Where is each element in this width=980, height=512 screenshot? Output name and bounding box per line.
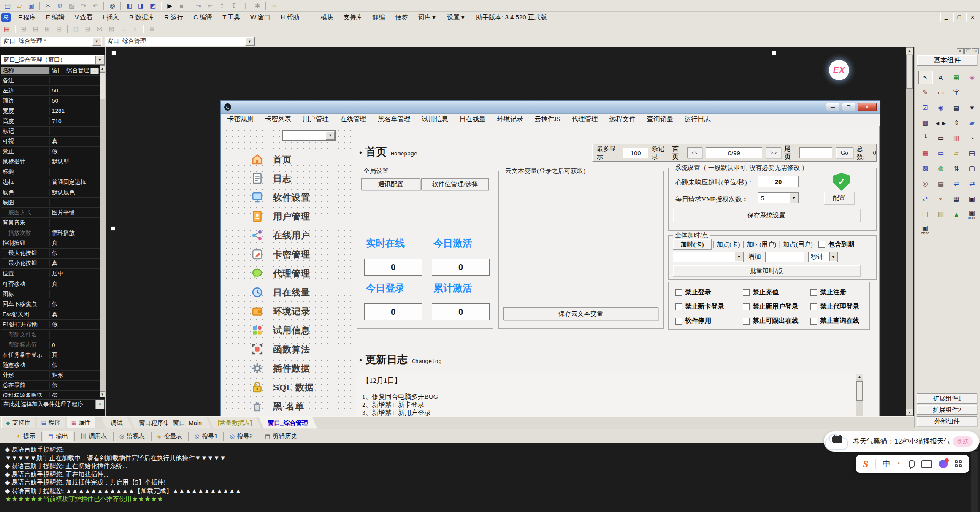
property-row[interactable]: 标记 [1,127,100,137]
pause-icon[interactable]: ∥ [240,1,251,11]
color-grid[interactable]: ▩ [918,162,932,175]
shape-component[interactable]: ◈ [965,71,979,84]
db-list[interactable]: ▥ [934,208,948,220]
chevron-down-icon[interactable]: ▼ [245,38,254,46]
property-row[interactable]: 鼠标指针默认型 [1,157,100,167]
next-page-button[interactable]: >> [766,147,781,158]
restore-icon[interactable]: ❐ [953,13,965,22]
doc-tab-调试[interactable]: 调试 [101,417,132,429]
browser-box[interactable]: ◔ [965,132,979,144]
checkbox-icon[interactable] [810,289,817,296]
sidebar-item-试用信息[interactable]: 试用信息 [251,324,310,337]
hand-icon[interactable]: ✱ [252,1,263,11]
edit-box[interactable]: ✎ [918,86,932,99]
property-grid-scrollbar[interactable]: ▲ ▼ [100,65,105,397]
net-link[interactable]: ◍ [934,162,948,175]
property-value[interactable]: 50 [50,87,100,94]
menu-8[interactable]: W.窗口 [245,14,276,22]
scrollbar-thumb[interactable] [906,55,913,89]
palette-section-扩展组件2[interactable]: 扩展组件2 [917,405,977,415]
palette-section-basic[interactable]: 基本组件 [917,55,977,66]
panel-tab-程序[interactable]: ▤程序 [37,417,65,428]
stop-icon[interactable]: ■ [176,1,187,11]
property-value[interactable]: 真 [50,311,100,318]
property-value[interactable]: 假 [50,361,100,369]
sidebar-item-日志[interactable]: 日志 [251,172,292,185]
property-value[interactable]: 矩形 [50,371,100,379]
output-tab-调用表[interactable]: 卌调用表 [76,431,112,442]
window-menu-11[interactable]: 查询销量 [647,115,673,124]
skin-paw-icon[interactable] [939,460,948,468]
space-h-icon[interactable]: ⋈ [94,24,105,34]
comm-config-button[interactable]: 通讯配置 [361,178,420,190]
chevron-down-icon[interactable]: ▼ [95,56,104,64]
form-combo-current[interactable]: 窗口_综合管理 ▼ [105,37,255,46]
save-system-settings-button[interactable]: 保存系统设置 [673,209,860,222]
property-row[interactable]: 底图 [1,198,100,208]
center-h-icon[interactable]: ⊡ [70,24,81,34]
undo-icon[interactable]: ↶ [90,1,101,11]
assistant-menu-4[interactable]: 词库▼ [413,14,442,22]
same-height-icon[interactable]: ↕ [130,24,141,34]
win-minimize-button[interactable]: ▬ [826,103,839,111]
punctuation-icon[interactable]: °, [897,461,901,468]
checkbox-icon[interactable] [675,289,682,296]
combo-box[interactable]: ▼ [965,101,979,114]
paste-icon[interactable]: ▨ [66,1,77,11]
property-row[interactable]: 宽度1281 [1,106,100,116]
window-menu-3[interactable]: 在线管理 [340,115,366,124]
layout-split-icon[interactable]: ◨ [135,1,146,11]
restriction-checkbox-禁止代理登录[interactable]: 禁止代理登录 [810,302,859,311]
odbc-database[interactable]: ▣ODBC [965,208,979,220]
updown-control[interactable]: ⇅ [950,162,963,175]
chevron-down-icon[interactable]: ▼ [326,131,335,140]
window-menu-8[interactable]: 云插件JS [535,115,560,124]
property-row[interactable]: 帮助标志值0 [1,340,100,350]
win-close-button[interactable]: ✕ [858,103,877,111]
property-row[interactable]: Esc键关闭真 [1,309,100,320]
doc-tab-窗口程序集_窗口_Main[interactable]: 窗口程序集_窗口_Main [130,417,211,429]
restriction-checkbox-禁止可踢出在线[interactable]: 禁止可踢出在线 [743,317,799,325]
align-top-icon[interactable]: ⊞ [42,24,53,34]
output-tab-监视表[interactable]: ◎监视表 [114,431,150,442]
date-picker[interactable]: ▦ [950,132,963,144]
split-panel[interactable]: ▣ [965,192,979,205]
property-row[interactable]: 图标 [1,289,100,299]
output-tab-剪辑历史[interactable]: ▤剪辑历史 [260,431,302,442]
step-out-icon[interactable]: ↥ [217,1,227,11]
doc-tab-窗口_综合管理[interactable]: 窗口_综合管理 [259,417,317,429]
sidebar-item-SQL 数据[interactable]: SQL 数据 [251,381,314,394]
menu-9[interactable]: H.帮助 [275,14,304,22]
property-row[interactable]: 高度710 [1,116,100,126]
skin-change-button[interactable]: 换肤 [953,436,973,447]
amount-input[interactable] [765,252,804,262]
checkbox-icon[interactable] [675,303,682,310]
panel-menu-icon[interactable]: ≡ [957,48,964,54]
chevron-down-icon[interactable]: ▼ [790,193,798,203]
output-tab-提示[interactable]: ✦提示 [11,431,41,442]
data-send[interactable]: ⇄ [950,177,963,190]
restriction-checkbox-禁止登录[interactable]: 禁止登录 [675,288,711,297]
property-row[interactable]: 底色默认底色 [1,187,100,198]
window-menu-5[interactable]: 试用信息 [422,115,448,124]
goto-page-input[interactable] [799,147,832,158]
property-value[interactable]: 真 [50,260,100,267]
window-menu-9[interactable]: 代理管理 [572,115,598,124]
same-width-icon[interactable]: ↔ [118,24,129,34]
pointer-tool[interactable]: ↖ [918,71,933,84]
property-value[interactable]: 1281 [50,108,100,114]
selection-handle[interactable] [111,51,116,55]
property-row[interactable]: 随意移动假 [1,360,100,371]
step-over-icon[interactable]: ⇥ [193,1,204,11]
property-value[interactable]: 真 [50,280,100,288]
sidebar-item-首页[interactable]: 首页 [251,153,292,166]
log-scrollbar[interactable]: ▲ [971,444,978,512]
property-value[interactable]: 窗口_综合管理... [50,67,100,74]
designed-window-titlebar[interactable]: C ▬ ❐ ✕ [221,101,880,114]
window-menu-6[interactable]: 日在线量 [460,115,486,124]
rich-edit[interactable]: ▤ [965,147,979,160]
last-page-button[interactable]: 尾页 [785,145,796,161]
property-row[interactable]: 外形矩形 [1,371,100,381]
property-value[interactable]: 710 [50,118,100,125]
changelog-box[interactable]: 【12月1日】 1、修复同台电脑多开BUG2、新增禁止新卡登录3、新增禁止新用户… [357,373,864,416]
